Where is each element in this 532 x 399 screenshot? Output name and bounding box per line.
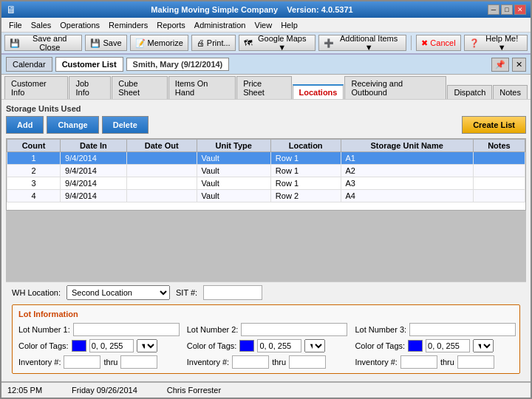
change-button[interactable]: Change xyxy=(47,116,98,134)
additional-items-button[interactable]: ➕ Additional Items ▼ xyxy=(318,35,407,51)
action-row: Add Change Delete Create List xyxy=(6,116,526,134)
wh-location-select[interactable]: Second Location xyxy=(66,285,170,300)
table-cell xyxy=(473,165,525,177)
title-bar-controls: ─ □ ✕ xyxy=(488,4,526,15)
table-cell: A2 xyxy=(341,165,473,177)
menu-reports[interactable]: Reports xyxy=(152,19,190,31)
customer-name[interactable]: Smith, Mary (9/12/2014) xyxy=(126,58,230,71)
save-close-button[interactable]: 💾 Save and Close xyxy=(4,35,82,51)
title-bar-title: Making Moving Simple Company Version: 4.… xyxy=(16,5,488,14)
save-button[interactable]: 💾 Save xyxy=(85,35,126,51)
table-cell: A4 xyxy=(341,190,473,202)
delete-button[interactable]: Delete xyxy=(102,116,149,134)
toolbar: 💾 Save and Close 💾 Save 📝 Memorize 🖨 Pri… xyxy=(1,33,531,55)
color-select-3[interactable]: ▼ xyxy=(473,339,494,352)
minimize-button[interactable]: ─ xyxy=(488,4,499,15)
inventory-2-thru-input[interactable] xyxy=(289,355,326,369)
table-row[interactable]: 29/4/2014VaultRow 1A2 xyxy=(7,165,525,177)
table-cell xyxy=(473,190,525,202)
tab-cube-sheet[interactable]: Cube Sheet xyxy=(112,76,168,99)
table-cell xyxy=(126,152,197,165)
color-input-1[interactable] xyxy=(89,339,134,352)
col-location: Location xyxy=(270,140,341,152)
table-cell: 9/4/2014 xyxy=(61,190,127,202)
menu-administration[interactable]: Administration xyxy=(190,19,250,31)
main-window: 🖥 Making Moving Simple Company Version: … xyxy=(0,0,532,399)
inventory-2-row: Inventory #: thru xyxy=(187,355,348,369)
color-input-3[interactable] xyxy=(426,339,470,352)
tab-price-sheet[interactable]: Price Sheet xyxy=(236,76,291,99)
tab-job-info[interactable]: Job Info xyxy=(69,76,111,99)
close-button[interactable]: ✕ xyxy=(514,4,526,15)
inventory-1-from-input[interactable] xyxy=(64,355,100,369)
table-row[interactable]: 19/4/2014VaultRow 1A1 xyxy=(7,152,525,165)
google-maps-button[interactable]: 🗺 Google Maps ▼ xyxy=(239,35,316,51)
lot-number-3-input[interactable] xyxy=(409,323,516,336)
thru-3-label: thru xyxy=(440,358,454,366)
table-row[interactable]: 39/4/2014VaultRow 1A3 xyxy=(7,177,525,190)
color-tags-2-label: Color of Tags: xyxy=(187,341,237,350)
print-button[interactable]: 🖨 Print... xyxy=(191,35,236,51)
inventory-2-label: Inventory #: xyxy=(187,358,229,366)
close-customer-button[interactable]: ✕ xyxy=(512,58,526,72)
color-tags-3-label: Color of Tags: xyxy=(355,341,405,350)
menu-file[interactable]: File xyxy=(4,19,27,31)
table-cell: 1 xyxy=(7,152,61,165)
maximize-button[interactable]: □ xyxy=(501,4,513,15)
table-cell xyxy=(473,177,525,190)
sit-input[interactable] xyxy=(203,285,262,300)
inventory-3-label: Inventory #: xyxy=(355,358,397,366)
tab-customer-list[interactable]: Customer List xyxy=(55,57,123,72)
tab-items-on-hand[interactable]: Items On Hand xyxy=(168,76,236,99)
tab-receiving-outbound[interactable]: Receiving and Outbound xyxy=(344,76,446,99)
table-cell: 9/4/2014 xyxy=(61,152,127,165)
col-storage-unit-name: Storage Unit Name xyxy=(341,140,473,152)
menu-bar: File Sales Operations Reminders Reports … xyxy=(1,18,531,33)
table-header-row: Count Date In Date Out Unit Type Locatio… xyxy=(7,140,525,152)
tab-customer-info[interactable]: Customer Info xyxy=(4,76,68,99)
memorize-button[interactable]: 📝 Memorize xyxy=(130,35,188,51)
menu-view[interactable]: View xyxy=(250,19,277,31)
lot-number-1-label: Lot Number 1: xyxy=(18,325,70,334)
col-unit-type: Unit Type xyxy=(197,140,270,152)
storage-table: Count Date In Date Out Unit Type Locatio… xyxy=(7,139,525,202)
table-cell: 2 xyxy=(7,165,61,177)
create-list-button[interactable]: Create List xyxy=(462,116,526,134)
menu-reminders[interactable]: Reminders xyxy=(104,19,152,31)
lot-number-2-row: Lot Number 2: xyxy=(187,323,348,336)
menu-help[interactable]: Help xyxy=(276,19,302,31)
color-swatch-2 xyxy=(239,340,254,352)
color-input-2[interactable] xyxy=(257,339,301,352)
tab-notes[interactable]: Notes xyxy=(493,85,528,99)
tab-dispatch[interactable]: Dispatch xyxy=(447,85,492,99)
table-body: 19/4/2014VaultRow 1A129/4/2014VaultRow 1… xyxy=(7,152,525,202)
inventory-3-from-input[interactable] xyxy=(400,355,437,369)
inventory-3-thru-input[interactable] xyxy=(457,355,494,369)
inventory-2-from-input[interactable] xyxy=(232,355,269,369)
section-title: Storage Units Used xyxy=(6,104,526,113)
table-cell: Row 1 xyxy=(270,177,341,190)
inventory-1-thru-input[interactable] xyxy=(120,355,157,369)
tab-locations[interactable]: Locations xyxy=(293,84,344,99)
add-button[interactable]: Add xyxy=(6,116,44,134)
color-select-2[interactable]: ▼ xyxy=(304,339,325,352)
empty-area xyxy=(6,211,526,282)
table-row[interactable]: 49/4/2014VaultRow 2A4 xyxy=(7,190,525,202)
cancel-button[interactable]: ✖ Cancel xyxy=(416,35,460,51)
table-cell: 4 xyxy=(7,190,61,202)
pin-button[interactable]: 📌 xyxy=(491,58,509,72)
tab-calendar[interactable]: Calendar xyxy=(6,57,52,72)
table-cell: Row 1 xyxy=(270,152,341,165)
color-select-1[interactable]: ▼ xyxy=(137,339,157,352)
create-list-area: Create List xyxy=(462,116,526,134)
lot-number-3-label: Lot Number 3: xyxy=(355,325,406,334)
menu-sales[interactable]: Sales xyxy=(27,19,56,31)
col-count: Count xyxy=(7,140,61,152)
color-tags-1-label: Color of Tags: xyxy=(18,341,69,350)
status-date: Friday 09/26/2014 xyxy=(72,386,137,395)
help-button[interactable]: ❓ Help Me! ▼ xyxy=(464,35,528,51)
lot-number-1-input[interactable] xyxy=(73,323,180,336)
sit-label: SIT #: xyxy=(176,288,197,297)
lot-number-2-input[interactable] xyxy=(241,323,347,336)
menu-operations[interactable]: Operations xyxy=(55,19,104,31)
